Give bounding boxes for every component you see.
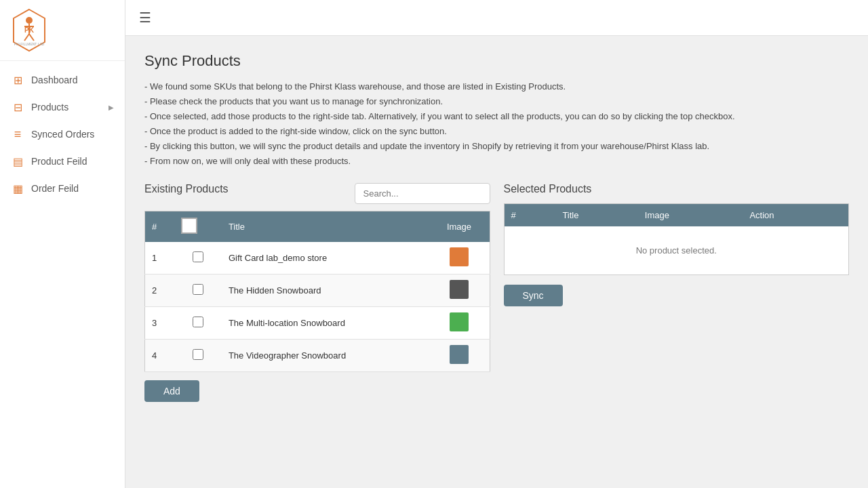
sel-col-action: Action (743, 203, 848, 226)
row-title: The Hidden Snowboard (222, 274, 429, 306)
row-title: The Multi-location Snowboard (222, 306, 429, 339)
page-content: Sync Products - We found some SKUs that … (125, 36, 868, 418)
main-area: ☰ Sync Products - We found some SKUs tha… (125, 0, 868, 488)
row-num: 2 (145, 274, 175, 306)
sidebar-item-products[interactable]: Products ▶ (0, 94, 125, 121)
table-row: 2 The Hidden Snowboard (145, 274, 490, 306)
row-image (429, 339, 490, 371)
sidebar-item-label: Product Feild (31, 156, 87, 167)
row-checkbox-cell[interactable] (174, 242, 222, 274)
sel-col-title: Title (555, 203, 637, 226)
logo-area: PK FULFILLMENT LAB (0, 0, 125, 61)
selected-products-title: Selected Products (504, 183, 850, 195)
order-feild-icon (11, 182, 24, 195)
row-image (429, 306, 490, 339)
instructions: - We found some SKUs that belong to the … (144, 79, 849, 169)
row-num: 3 (145, 306, 175, 339)
row-checkbox-cell[interactable] (174, 306, 222, 339)
sidebar-item-label: Products (31, 102, 68, 113)
row-checkbox[interactable] (193, 349, 203, 360)
row-num: 4 (145, 339, 175, 371)
col-header-title: Title (222, 211, 429, 242)
sidebar-item-dashboard[interactable]: Dashboard (0, 66, 125, 94)
svg-point-3 (26, 17, 33, 24)
existing-products-panel: Existing Products # Title Image (144, 183, 490, 402)
search-input[interactable] (355, 183, 490, 204)
sidebar-item-order-feild[interactable]: Order Feild (0, 175, 125, 202)
sidebar-item-synced-orders[interactable]: Synced Orders (0, 121, 125, 148)
topbar: ☰ (125, 0, 868, 36)
row-num: 1 (145, 242, 175, 274)
row-checkbox-cell[interactable] (174, 274, 222, 306)
product-thumbnail (450, 247, 469, 266)
sidebar: PK FULFILLMENT LAB Dashboard Products ▶ … (0, 0, 125, 488)
sidebar-item-product-feild[interactable]: Product Feild (0, 148, 125, 175)
table-row: No product selected. (504, 226, 849, 275)
sel-col-image: Image (638, 203, 743, 226)
row-title: The Videographer Snowboard (222, 339, 429, 371)
product-thumbnail (450, 312, 469, 331)
sidebar-item-label: Synced Orders (31, 129, 94, 140)
chevron-right-icon: ▶ (108, 104, 114, 111)
table-row: 3 The Multi-location Snowboard (145, 306, 490, 339)
main-columns: Existing Products # Title Image (144, 183, 849, 402)
svg-text:FULFILLMENT LAB: FULFILLMENT LAB (14, 42, 45, 46)
table-row: 1 Gift Card lab_demo store (145, 242, 490, 274)
col-header-num: # (145, 211, 175, 242)
row-checkbox-cell[interactable] (174, 339, 222, 371)
nav-items: Dashboard Products ▶ Synced Orders Produ… (0, 61, 125, 488)
row-title: Gift Card lab_demo store (222, 242, 429, 274)
page-title: Sync Products (144, 52, 849, 70)
svg-line-7 (29, 34, 34, 41)
sync-button[interactable]: Sync (504, 285, 563, 306)
sel-col-num: # (504, 203, 555, 226)
add-button[interactable]: Add (144, 380, 199, 402)
product-thumbnail (450, 345, 469, 364)
selected-products-table: # Title Image Action No product selected… (504, 203, 850, 275)
products-icon (11, 100, 24, 114)
row-image (429, 274, 490, 306)
dashboard-icon (11, 73, 24, 87)
row-checkbox[interactable] (193, 284, 203, 295)
svg-line-6 (24, 34, 29, 41)
sidebar-item-label: Dashboard (31, 75, 78, 85)
selected-products-panel: Selected Products # Title Image Action N… (504, 183, 850, 402)
existing-products-title: Existing Products (144, 183, 229, 195)
table-row: 4 The Videographer Snowboard (145, 339, 490, 371)
col-header-image: Image (429, 211, 490, 242)
empty-message: No product selected. (504, 226, 849, 275)
product-thumbnail (450, 280, 469, 299)
row-checkbox[interactable] (193, 317, 203, 327)
synced-orders-icon (11, 127, 24, 141)
row-image (429, 242, 490, 274)
product-feild-icon (11, 155, 24, 168)
existing-products-table: # Title Image 1 Gift Card lab_demo store (144, 211, 490, 372)
row-checkbox[interactable] (193, 251, 203, 262)
menu-toggle-button[interactable]: ☰ (139, 9, 151, 26)
col-header-checkbox (174, 211, 222, 242)
sidebar-item-label: Order Feild (31, 183, 79, 194)
